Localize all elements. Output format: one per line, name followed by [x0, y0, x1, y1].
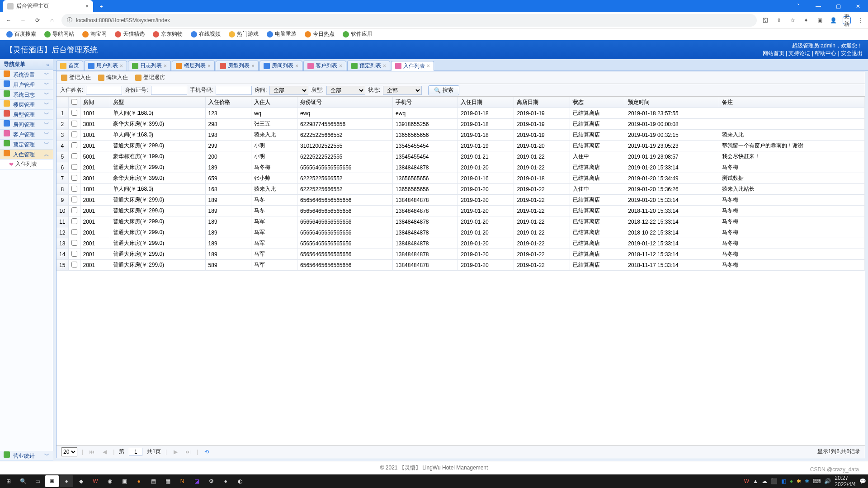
- type-select[interactable]: 全部: [326, 86, 365, 95]
- app-icon[interactable]: ▣: [118, 475, 131, 487]
- column-header[interactable]: 预定时间: [625, 97, 719, 108]
- url-field[interactable]: ⓘ localhost:8080/HotelSSM/system/index: [61, 14, 757, 27]
- tab-楼层列表[interactable]: 楼层列表×: [172, 61, 215, 70]
- reload-button[interactable]: ⟲: [203, 449, 211, 455]
- column-header[interactable]: 备注: [719, 97, 864, 108]
- prev-page-button[interactable]: ◀: [100, 449, 108, 455]
- forward-button[interactable]: →: [18, 15, 28, 25]
- sidebar-item[interactable]: 用户管理︾: [0, 80, 53, 90]
- chrome-icon[interactable]: ●: [60, 475, 73, 487]
- dropdown-icon[interactable]: ˅: [788, 0, 808, 12]
- key-icon[interactable]: ⚿: [761, 16, 769, 24]
- bookmark-item[interactable]: 热门游戏: [229, 30, 259, 38]
- sidebar-item[interactable]: 房间管理︾: [0, 120, 53, 130]
- extension-icon[interactable]: ✦: [802, 16, 810, 24]
- tab-close-icon[interactable]: ×: [164, 63, 167, 69]
- app-icon[interactable]: ◉: [103, 475, 117, 487]
- taskview-button[interactable]: ▭: [31, 475, 44, 487]
- table-row[interactable]: 42001普通大床房(￥:299.0)299小明3101200252255513…: [57, 141, 865, 151]
- room-select[interactable]: 全部: [269, 86, 308, 95]
- id-input[interactable]: [151, 86, 187, 95]
- column-header[interactable]: 入住人: [251, 97, 297, 108]
- browser-tab[interactable]: 后台管理主页 ×: [3, 0, 93, 12]
- sidebar-item[interactable]: 系统设置︾: [0, 70, 53, 80]
- row-checkbox[interactable]: [71, 175, 77, 181]
- sidebar-item[interactable]: 楼层管理︾: [0, 100, 53, 110]
- column-header[interactable]: 身份证号: [297, 97, 393, 108]
- phone-input[interactable]: [216, 86, 252, 95]
- row-checkbox[interactable]: [71, 240, 77, 246]
- tab-预定列表[interactable]: 预定列表×: [347, 61, 390, 70]
- bookmark-item[interactable]: 京东购物: [153, 30, 183, 38]
- tab-入住列表[interactable]: 入住列表×: [391, 61, 434, 71]
- row-checkbox[interactable]: [71, 262, 77, 267]
- share-icon[interactable]: ⇪: [775, 16, 783, 24]
- tab-房型列表[interactable]: 房型列表×: [216, 61, 259, 70]
- search-button[interactable]: 🔍搜索: [428, 85, 459, 95]
- row-checkbox[interactable]: [71, 153, 77, 159]
- header-link[interactable]: 网站首页: [763, 50, 784, 56]
- bookmark-item[interactable]: 淘宝网: [82, 30, 107, 38]
- app-icon[interactable]: ◪: [190, 475, 203, 487]
- tray-icon[interactable]: ▲: [753, 478, 758, 484]
- back-button[interactable]: ←: [4, 15, 14, 25]
- notification-icon[interactable]: 💬: [859, 478, 866, 484]
- tab-客户列表[interactable]: 客户列表×: [303, 61, 346, 70]
- pagesize-select[interactable]: 20: [61, 447, 77, 456]
- table-row[interactable]: 31001单人间(￥:168.0)198猿来入此6222522566655213…: [57, 130, 865, 141]
- row-checkbox[interactable]: [71, 164, 77, 170]
- column-header[interactable]: 入住日期: [458, 97, 514, 108]
- tray-icon[interactable]: ⬛: [771, 478, 778, 484]
- menu-icon[interactable]: ⋮: [856, 16, 864, 24]
- row-checkbox[interactable]: [71, 142, 77, 148]
- row-checkbox[interactable]: [71, 186, 77, 192]
- collapse-icon[interactable]: «: [46, 61, 49, 68]
- close-icon[interactable]: ✕: [848, 0, 868, 12]
- home-button[interactable]: ⌂: [47, 15, 57, 25]
- tray-icon[interactable]: ☁: [762, 478, 767, 484]
- tray-icon[interactable]: ●: [790, 478, 793, 484]
- app-icon[interactable]: ●: [132, 475, 146, 487]
- tray-icon[interactable]: W: [744, 478, 749, 484]
- tab-close-icon[interactable]: ×: [339, 63, 342, 69]
- clock[interactable]: 20:272022/4/4: [835, 475, 856, 488]
- header-link[interactable]: 支持论坛: [788, 50, 810, 56]
- bookmark-item[interactable]: 今日热点: [305, 30, 335, 38]
- app-icon[interactable]: ⚙: [204, 475, 218, 487]
- first-page-button[interactable]: ⏮: [88, 449, 96, 455]
- tray-icon[interactable]: 🔊: [824, 478, 831, 484]
- tray-icon[interactable]: ✲: [805, 478, 809, 484]
- col-check[interactable]: [68, 97, 80, 108]
- tab-close-icon[interactable]: ×: [251, 63, 255, 69]
- table-row[interactable]: 112001普通大床房(￥:299.0)189马军656564656565656…: [57, 216, 865, 227]
- table-row[interactable]: 92001普通大床房(￥:299.0)189马冬6565646565656565…: [57, 195, 865, 206]
- row-checkbox[interactable]: [71, 251, 77, 257]
- table-row[interactable]: 152001普通大床房(￥:299.0)589马军656564656565656…: [57, 260, 865, 271]
- last-page-button[interactable]: ⏭: [184, 449, 192, 455]
- checkout-button[interactable]: 登记退房: [135, 74, 165, 81]
- table-row[interactable]: 81001单人间(￥:168.0)168猿来入此6222522566655213…: [57, 184, 865, 195]
- search-button[interactable]: 🔍: [16, 475, 30, 487]
- column-header[interactable]: 离店日期: [514, 97, 570, 108]
- tray-icon[interactable]: ⌨: [813, 478, 821, 484]
- column-header[interactable]: 状态: [570, 97, 625, 108]
- table-row[interactable]: 102001普通大床房(￥:299.0)189马冬656564656565656…: [57, 206, 865, 216]
- row-checkbox[interactable]: [71, 110, 77, 116]
- row-checkbox[interactable]: [71, 207, 77, 213]
- panel-icon[interactable]: ▣: [816, 16, 824, 24]
- tab-close-icon[interactable]: ×: [120, 63, 123, 69]
- app-icon[interactable]: ●: [219, 475, 232, 487]
- tab-close-icon[interactable]: ×: [427, 63, 430, 69]
- column-header[interactable]: 房型: [110, 97, 205, 108]
- column-header[interactable]: 手机号: [393, 97, 458, 108]
- tab-close-icon[interactable]: ×: [208, 63, 211, 69]
- row-checkbox[interactable]: [71, 131, 77, 137]
- status-select[interactable]: 全部: [383, 86, 422, 95]
- sidebar-item-checkin[interactable]: 入住管理 ︽: [0, 150, 53, 160]
- app-icon[interactable]: N: [175, 475, 189, 487]
- table-row[interactable]: 11001单人间(￥:168.0)123wqewqewq2019-01-1820…: [57, 108, 865, 119]
- table-row[interactable]: 55001豪华标准房(￥:199.0)200小明6222522252255513…: [57, 151, 865, 162]
- edit-button[interactable]: 编辑入住: [98, 74, 128, 81]
- tab-日志列表[interactable]: 日志列表×: [128, 61, 171, 70]
- tab-close-icon[interactable]: ×: [295, 63, 298, 69]
